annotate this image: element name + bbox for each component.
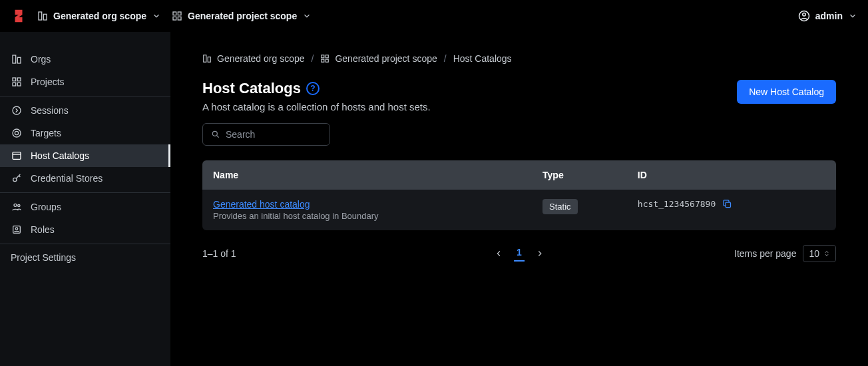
breadcrumb-current: Host Catalogs <box>453 53 512 64</box>
table-row: Generated host catalog Provides an initi… <box>202 190 836 230</box>
svg-rect-5 <box>178 17 181 20</box>
svg-point-15 <box>13 129 21 137</box>
sidebar-item-label: Groups <box>31 202 61 212</box>
svg-rect-34 <box>726 202 731 208</box>
select-arrows-icon <box>823 249 830 258</box>
breadcrumb-label: Host Catalogs <box>453 53 512 64</box>
org-icon <box>37 11 48 21</box>
user-menu[interactable]: admin <box>798 10 857 22</box>
breadcrumb: Generated org scope / Generated project … <box>202 53 836 64</box>
svg-rect-11 <box>17 78 21 81</box>
new-host-catalog-button[interactable]: New Host Catalog <box>737 80 836 104</box>
sidebar-item-label: Targets <box>31 128 61 138</box>
svg-rect-2 <box>173 12 176 15</box>
chevron-down-icon <box>302 11 312 21</box>
svg-rect-28 <box>322 55 324 58</box>
sidebar-item-label: Project Settings <box>11 252 76 263</box>
sidebar-item-label: Sessions <box>31 105 69 116</box>
topbar: Generated org scope Generated project sc… <box>0 0 868 32</box>
table-header-name: Name <box>202 160 532 190</box>
table-header-type: Type <box>532 160 627 190</box>
org-icon <box>11 53 23 65</box>
svg-rect-4 <box>173 17 176 20</box>
sidebar-item-groups[interactable]: Groups <box>0 196 170 218</box>
host-catalogs-icon <box>11 150 23 162</box>
help-icon[interactable]: ? <box>306 82 320 95</box>
sidebar-item-roles[interactable]: Roles <box>0 218 170 241</box>
pagination-summary: 1–1 of 1 <box>202 248 236 259</box>
items-per-page-select[interactable]: 10 <box>803 245 836 262</box>
copy-icon[interactable] <box>722 199 732 209</box>
svg-rect-9 <box>17 57 21 63</box>
svg-rect-26 <box>204 55 206 63</box>
svg-rect-27 <box>208 57 210 63</box>
svg-rect-31 <box>326 59 329 62</box>
sidebar-item-credential-stores[interactable]: Credential Stores <box>0 167 170 190</box>
breadcrumb-org[interactable]: Generated org scope <box>202 53 305 64</box>
roles-icon <box>11 224 23 236</box>
key-icon <box>11 172 23 184</box>
svg-rect-3 <box>178 12 181 15</box>
project-icon <box>11 76 23 88</box>
items-per-page-label: Items per page <box>734 248 796 259</box>
next-page-button[interactable] <box>535 249 544 258</box>
host-catalogs-table: Name Type ID Generated host catalog Prov… <box>202 160 836 230</box>
sidebar-item-label: Roles <box>31 224 55 235</box>
svg-point-14 <box>13 106 21 114</box>
svg-rect-1 <box>43 14 47 20</box>
sidebar-item-label: Credential Stores <box>31 173 103 184</box>
svg-point-19 <box>13 178 17 181</box>
page-header: Host Catalogs ? A host catalog is a coll… <box>202 80 836 112</box>
page-title: Host Catalogs <box>202 80 301 97</box>
page-number[interactable]: 1 <box>517 247 522 260</box>
prev-page-button[interactable] <box>494 249 503 258</box>
breadcrumb-separator: / <box>312 53 314 64</box>
svg-rect-29 <box>326 55 329 58</box>
svg-rect-17 <box>13 152 21 160</box>
org-scope-selector[interactable]: Generated org scope <box>37 11 161 21</box>
org-icon <box>202 54 212 63</box>
svg-line-21 <box>19 176 20 177</box>
svg-rect-12 <box>13 83 16 86</box>
sidebar-item-host-catalogs[interactable]: Host Catalogs <box>0 144 170 167</box>
svg-point-22 <box>14 204 17 206</box>
items-per-page-value: 10 <box>809 248 819 259</box>
svg-point-32 <box>212 131 217 136</box>
page-subtitle: A host catalog is a collection of hosts … <box>202 101 431 112</box>
svg-rect-10 <box>13 78 16 81</box>
breadcrumb-separator: / <box>444 53 447 64</box>
breadcrumb-label: Generated project scope <box>335 53 437 64</box>
project-scope-selector[interactable]: Generated project scope <box>172 11 312 21</box>
sidebar-item-orgs[interactable]: Orgs <box>0 48 170 71</box>
org-scope-label: Generated org scope <box>53 11 146 21</box>
chevron-down-icon <box>152 11 161 21</box>
sidebar: Orgs Projects <box>0 32 170 366</box>
search-box[interactable] <box>202 123 330 146</box>
svg-rect-30 <box>322 59 324 62</box>
user-icon <box>798 10 810 22</box>
sidebar-item-targets[interactable]: Targets <box>0 122 170 144</box>
app-logo[interactable] <box>11 8 27 24</box>
sidebar-item-projects[interactable]: Projects <box>0 71 170 93</box>
svg-line-33 <box>217 136 219 138</box>
host-catalog-name-link[interactable]: Generated host catalog <box>213 199 310 210</box>
search-icon <box>211 130 220 139</box>
main-content: Generated org scope / Generated project … <box>170 32 868 366</box>
project-scope-label: Generated project scope <box>188 11 297 21</box>
targets-icon <box>11 127 23 139</box>
sidebar-item-label: Host Catalogs <box>31 150 89 161</box>
project-icon <box>320 54 329 63</box>
svg-rect-8 <box>13 55 16 63</box>
breadcrumb-project[interactable]: Generated project scope <box>320 53 437 64</box>
search-input[interactable] <box>226 129 322 140</box>
sidebar-item-label: Projects <box>31 77 65 87</box>
type-badge: Static <box>542 199 578 214</box>
project-icon <box>172 11 182 21</box>
breadcrumb-label: Generated org scope <box>217 53 305 64</box>
host-catalog-id: hcst_1234567890 <box>638 199 716 209</box>
table-header-id: ID <box>627 160 836 190</box>
sidebar-item-project-settings[interactable]: Project Settings <box>0 247 170 268</box>
groups-icon <box>11 201 23 213</box>
svg-point-23 <box>18 204 20 206</box>
sidebar-item-sessions[interactable]: Sessions <box>0 99 170 122</box>
